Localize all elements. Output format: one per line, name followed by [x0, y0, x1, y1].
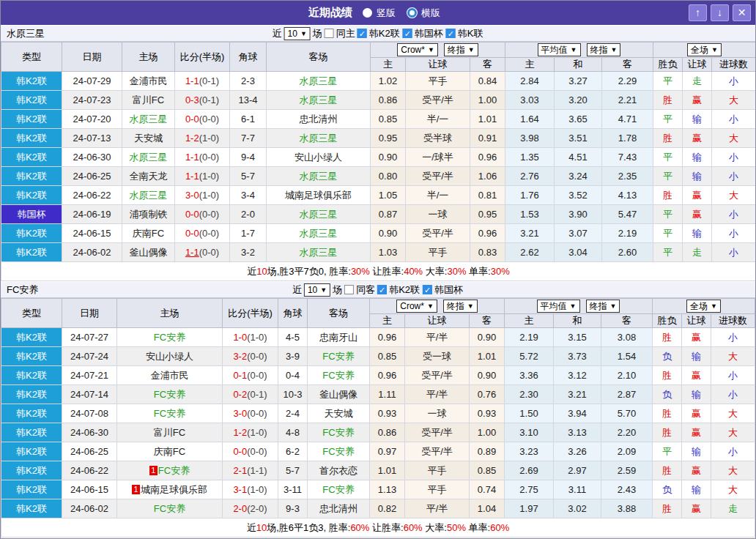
corners-cell: 0-4	[278, 366, 308, 385]
avg-home-odds-cell: 1.76	[505, 186, 555, 205]
filter-bar: 近 10▼ 场 同客 ✓韩K2联✓韩国杯	[292, 283, 464, 297]
close-button[interactable]: ✕	[733, 4, 751, 21]
chevron-down-icon: ▼	[427, 302, 434, 310]
odds-source-select[interactable]: Crow*▼	[396, 300, 437, 313]
match-row: 韩K2联 24-07-20 水原三星 0-0(0-0) 6-1 忠北清州 0.8…	[1, 110, 756, 129]
match-row: 韩K2联 24-06-02 FC安养 2-0(2-0) 9-3 忠北清州 0.8…	[1, 499, 755, 518]
away-team-cell: FC安养	[308, 480, 370, 499]
away-team-cell: FC安养	[308, 347, 370, 366]
score-cell: 2-1(1-1)	[223, 461, 278, 480]
europe-source-select[interactable]: 平均值▼	[537, 300, 580, 313]
league-filter-checkbox[interactable]: ✓	[423, 285, 432, 294]
league-cell: 韩K2联	[1, 110, 62, 129]
goals-result-cell: 小	[712, 224, 756, 243]
team-name-text: 水原三星	[300, 209, 338, 220]
avg-draw-odds-cell: 3.02	[554, 499, 601, 518]
avg-draw-odds-cell: 3.13	[554, 423, 601, 442]
corners-cell: 13-4	[230, 91, 267, 110]
avg-draw-odds-cell: 3.27	[555, 72, 602, 91]
goals-result-cell: 大	[711, 461, 755, 480]
team-name-text: 水原三星	[130, 152, 168, 163]
avg-draw-odds-cell: 3.20	[555, 91, 602, 110]
league-cell: 韩K2联	[1, 72, 62, 91]
home-odds-cell: 0.86	[371, 91, 406, 110]
team-name-text: FC安养	[322, 446, 354, 457]
odds-source-select[interactable]: Crow*▼	[397, 43, 438, 56]
sub-column-header: 进球数	[712, 58, 756, 72]
home-team-cell: FC安养	[117, 328, 223, 347]
move-down-button[interactable]: ↓	[711, 4, 729, 21]
home-team-cell: 金浦市民	[122, 72, 175, 91]
home-odds-cell: 0.87	[371, 205, 406, 224]
sub-column-header: 主	[505, 58, 555, 72]
europe-time-select[interactable]: 终指▼	[587, 43, 621, 56]
avg-away-odds-cell: 2.59	[601, 461, 653, 480]
recent-count-select[interactable]: 10▼	[284, 27, 311, 40]
score-cell: 3-1(1-0)	[223, 480, 278, 499]
match-row: 韩K2联 24-06-30 富川FC 1-2(1-0) 4-8 FC安养 0.8…	[1, 423, 755, 442]
team-name-text: 水原三星	[300, 133, 338, 144]
avg-home-odds-cell: 3.03	[505, 91, 555, 110]
same-venue-checkbox[interactable]	[344, 285, 354, 294]
avg-draw-odds-cell: 2.97	[554, 461, 601, 480]
corners-cell: 3-4	[230, 186, 267, 205]
match-row: 韩K2联 24-06-15 庆南FC 0-0(0-0) 1-7 水原三星 0.9…	[1, 224, 756, 243]
match-row: 韩K2联 24-07-24 安山小绿人 3-2(0-0) 3-9 FC安养 0.…	[1, 347, 755, 366]
league-filter-checkbox[interactable]: ✓	[357, 29, 367, 38]
handicap-result-cell: 输	[683, 148, 712, 167]
horizontal-layout-radio[interactable]	[407, 8, 417, 18]
summary-row: 近10场,胜6平1负3, 胜率:60% 让胜率:60% 大率:50% 单率:60…	[1, 518, 755, 538]
home-team-cell: 水原三星	[122, 110, 175, 129]
league-cell: 韩K2联	[1, 243, 62, 262]
team-name-text: 釜山偶像	[319, 389, 357, 400]
league-filter-checkbox[interactable]: ✓	[377, 285, 387, 294]
same-venue-checkbox[interactable]	[325, 29, 334, 38]
scope-select[interactable]: 全场▼	[686, 300, 721, 313]
sub-column-header: 客	[601, 314, 653, 328]
match-row: 韩K2联 24-06-22 水原三星 3-0(1-0) 3-4 城南足球俱乐部 …	[1, 186, 756, 205]
score-cell: 3-0(0-0)	[223, 404, 278, 423]
league-filter-checkbox[interactable]: ✓	[446, 29, 456, 38]
column-header: 角球	[230, 42, 267, 72]
date-cell: 24-06-02	[62, 499, 117, 518]
move-up-button[interactable]: ↑	[689, 4, 707, 21]
recent-count-select[interactable]: 10▼	[304, 283, 330, 297]
goals-result-cell: 小	[712, 148, 756, 167]
match-row: 韩K2联 24-07-08 FC安养 3-0(0-0) 2-4 天安城 0.93…	[1, 404, 755, 423]
avg-draw-odds-cell: 3.65	[555, 110, 602, 129]
red-card-badge: 1	[149, 466, 158, 475]
vertical-layout-radio[interactable]	[363, 8, 372, 18]
corners-cell: 4-5	[278, 328, 308, 347]
europe-time-select[interactable]: 终指▼	[586, 300, 620, 313]
avg-draw-odds-cell: 3.07	[555, 224, 602, 243]
score-cell: 2-0(2-0)	[223, 499, 278, 518]
handicap-result-cell: 走	[683, 72, 712, 91]
handicap-result-cell: 输	[683, 224, 712, 243]
home-team-cell: FC安养	[117, 385, 223, 404]
scope-select[interactable]: 全场▼	[687, 43, 722, 56]
handicap-cell: 平手	[406, 72, 470, 91]
goals-result-cell: 小	[711, 366, 755, 385]
score-cell: 0-1(0-0)	[223, 366, 278, 385]
away-odds-cell: 0.81	[470, 186, 505, 205]
home-odds-cell: 0.93	[370, 404, 405, 423]
corners-cell: 5-7	[230, 167, 267, 186]
column-header: 日期	[62, 299, 117, 328]
league-filter-checkbox[interactable]: ✓	[403, 29, 412, 38]
team-name-text: 水原三星	[130, 114, 168, 124]
league-cell: 韩K2联	[1, 167, 62, 186]
league-cell: 韩K2联	[1, 480, 62, 499]
avg-home-odds-cell: 3.10	[505, 423, 554, 442]
odds-time-select[interactable]: 终指▼	[443, 300, 478, 313]
sub-column-header: 胜负	[653, 314, 682, 328]
away-odds-cell: 0.89	[470, 442, 505, 461]
chevron-down-icon: ▼	[300, 30, 307, 37]
recent-results-panel: 近期战绩 竖版 横版 ↑ ↓ ✕ 水原三星 近 10▼ 场 同主 ✓韩K2联✓韩…	[0, 0, 756, 539]
handicap-cell: 受平/半	[406, 167, 470, 186]
score-cell: 0-2(0-1)	[223, 385, 278, 404]
score-cell: 1-1(1-0)	[175, 167, 230, 186]
team-name-text: 水原三星	[130, 190, 168, 201]
home-odds-cell: 0.80	[371, 167, 406, 186]
odds-time-select[interactable]: 终指▼	[444, 43, 478, 56]
europe-source-select[interactable]: 平均值▼	[538, 43, 581, 56]
